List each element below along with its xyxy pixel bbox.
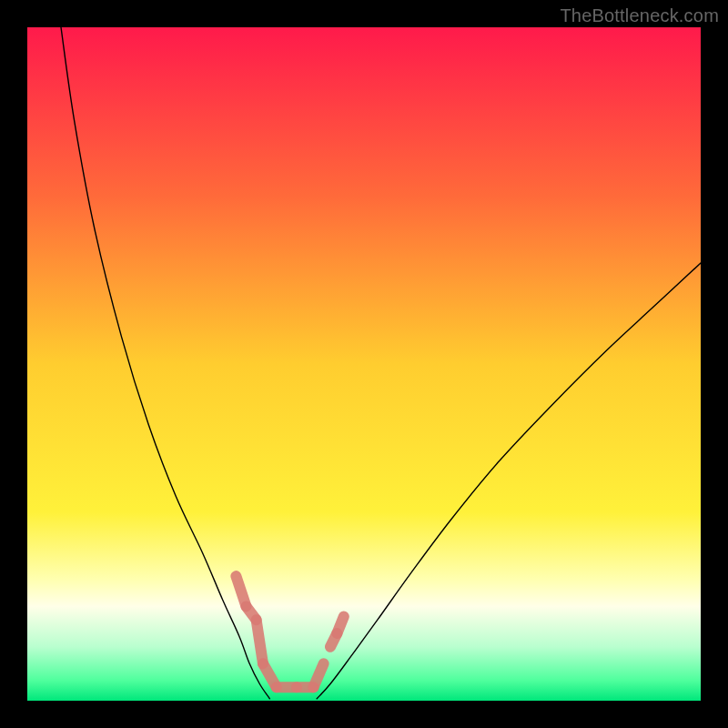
chart-svg <box>27 27 701 701</box>
plot-area <box>27 27 701 701</box>
highlight-seg-2 <box>257 620 263 663</box>
watermark-text: TheBottleneck.com <box>560 5 719 26</box>
chart-container: TheBottleneck.com <box>0 0 728 728</box>
chart-background <box>27 27 701 701</box>
highlight-seg-8 <box>337 617 343 634</box>
